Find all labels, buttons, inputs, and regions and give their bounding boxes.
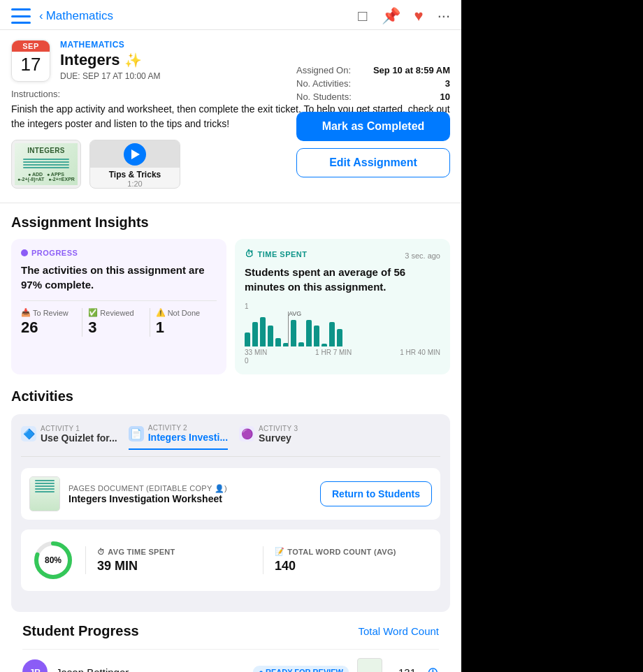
poster-title: INTEGERS [27, 147, 65, 154]
student-progress-section: Student Progress Total Word Count JB Jas… [11, 623, 450, 672]
time-badge: ⏱ TIME SPENT [245, 249, 308, 259]
tab2-num: ACTIVITY 2 [148, 424, 228, 432]
doc-name: Integers Investigation Worksheet [68, 493, 312, 504]
activities-title: Activities [11, 388, 450, 404]
not-done-stat: ⚠️ Not Done 1 [156, 308, 217, 337]
insights-row: PROGRESS The activities on this assignme… [0, 239, 461, 388]
return-to-students-button[interactable]: Return to Students [320, 481, 432, 506]
sparkle-icon: ✨ [124, 52, 142, 68]
app-header: ‹ Mathematics □ 📌 ♥ ··· [0, 0, 461, 30]
progress-text: The activities on this assignment are 97… [21, 263, 217, 292]
inbox-icon: 📥 [21, 308, 31, 317]
activities-val: 3 [445, 78, 450, 89]
insights-title: Assignment Insights [0, 214, 461, 239]
integers-poster[interactable]: INTEGERS ● ADD ● APPS●-2+(-8)=AT ●-2+=EX… [11, 140, 81, 189]
avg-time-val: 39 MIN [97, 559, 252, 574]
activity3-icon: 🟣 [239, 426, 254, 441]
bar-11 [322, 344, 327, 346]
avg-time-label: ⏱ AVG TIME SPENT [97, 548, 252, 556]
chart-bars: AVG [245, 312, 440, 346]
bar-3 [260, 317, 266, 346]
more-button-jb[interactable]: ⊕ [427, 664, 439, 672]
activities-section: Activities 🔷 ACTIVITY 1 Use Quizlet for.… [0, 388, 461, 672]
tab3-name: Survey [259, 432, 298, 444]
reviewed-val: 3 [88, 319, 143, 337]
back-label: Mathematics [46, 9, 113, 23]
bar-4 [268, 326, 273, 346]
warning-icon: ⚠️ [156, 308, 166, 317]
video-duration: 1:20 [127, 180, 142, 188]
back-button[interactable]: ‹ Mathematics [39, 9, 113, 23]
clock-icon: ⏱ [245, 249, 254, 259]
document-row: PAGES DOCUMENT (EDITABLE COPY 👤) Integer… [21, 468, 440, 520]
bar-12 [329, 322, 335, 346]
total-word-count-link[interactable]: Total Word Count [358, 625, 439, 637]
calendar-day: 17 [12, 52, 50, 77]
clock-small-icon: ⏱ [97, 548, 105, 556]
calendar-icon: SEP 17 [11, 40, 50, 82]
sidebar-toggle-button[interactable] [11, 8, 31, 24]
word-count-label: 📝 TOTAL WORD COUNT (AVG) [275, 547, 429, 556]
bar-5 [275, 338, 281, 346]
tab2-name: Integers Investi... [148, 432, 228, 443]
stats-row: 80% ⏱ AVG TIME SPENT 39 MIN 📝 TOTAL WORD… [21, 529, 440, 591]
right-black-panel [461, 0, 643, 672]
bar-10 [314, 326, 319, 346]
bar-1 [245, 333, 250, 346]
section-divider [0, 203, 461, 203]
tab1-name: Use Quizlet for... [41, 432, 117, 444]
mark-completed-button[interactable]: Mark as Completed [296, 112, 450, 141]
activity1-icon: 🔷 [21, 426, 36, 441]
tab3-num: ACTIVITY 3 [259, 425, 298, 432]
progress-card: PROGRESS The activities on this assignme… [11, 239, 226, 374]
heart-icon[interactable]: ♥ [414, 7, 424, 25]
doc-thumb-inner [30, 477, 59, 511]
video-label: Tips & Tricks [109, 170, 161, 180]
tips-tricks-video[interactable]: Tips & Tricks 1:20 [89, 140, 180, 189]
chart-y-axis: 0 [245, 357, 440, 365]
progress-badge: PROGRESS [21, 249, 217, 257]
check-icon: ✅ [88, 308, 98, 317]
student-thumb-jb[interactable] [357, 658, 382, 672]
time-meta: 3 sec. ago [405, 251, 440, 260]
stats-divider2 [263, 546, 263, 574]
not-done-val: 1 [156, 319, 211, 337]
sp-header: Student Progress Total Word Count [22, 623, 439, 639]
progress-stats: 📥 To Review 26 ✅ Reviewed 3 ⚠️ Not Done [21, 300, 217, 337]
assigned-on-label: Assigned On: [296, 65, 351, 75]
activity-tabs-container: 🔷 ACTIVITY 1 Use Quizlet for... 📄 ACTIVI… [11, 414, 450, 612]
tab-activity-2[interactable]: 📄 ACTIVITY 2 Integers Investi... [129, 424, 228, 450]
pin-icon[interactable]: 📌 [382, 7, 400, 25]
time-text: Students spent an average of 56 minutes … [245, 265, 440, 294]
subject-label: MATHEMATICS [60, 40, 450, 50]
bar-8 [298, 342, 304, 346]
students-label: No. Students: [296, 92, 352, 102]
progress-donut: 80% [32, 539, 74, 581]
more-icon[interactable]: ··· [438, 7, 450, 25]
tab1-num: ACTIVITY 1 [41, 425, 117, 432]
share-icon[interactable]: □ [358, 7, 367, 25]
tab-activity-3[interactable]: 🟣 ACTIVITY 3 Survey [239, 424, 298, 449]
activity2-icon: 📄 [129, 426, 144, 441]
chevron-left-icon: ‹ [39, 9, 43, 23]
edit-assignment-button[interactable]: Edit Assignment [296, 148, 450, 177]
stats-divider [85, 546, 86, 574]
bar-7 [291, 320, 296, 346]
play-triangle-icon [131, 149, 140, 159]
bar-chart: AVG [245, 312, 440, 346]
bar-2 [252, 322, 258, 346]
student-name-jb: Jason Bettinger [56, 666, 245, 673]
chart-container: 1 [245, 302, 440, 365]
to-review-val: 26 [21, 319, 76, 337]
play-button[interactable] [124, 143, 146, 166]
doc-thumbnail [29, 476, 60, 511]
avg-label: AVG [289, 310, 301, 317]
doc-type: PAGES DOCUMENT (EDITABLE COPY 👤) [68, 484, 312, 493]
calendar-month: SEP [12, 41, 50, 52]
chart-x-labels: 33 MIN 1 HR 7 MIN 1 HR 40 MIN [245, 349, 440, 356]
header-icons: □ 📌 ♥ ··· [358, 7, 450, 25]
avg-time-block: ⏱ AVG TIME SPENT 39 MIN [97, 548, 252, 574]
word-count-icon: 📝 [275, 547, 284, 556]
students-val: 10 [440, 92, 450, 102]
tab-activity-1[interactable]: 🔷 ACTIVITY 1 Use Quizlet for... [21, 424, 117, 449]
